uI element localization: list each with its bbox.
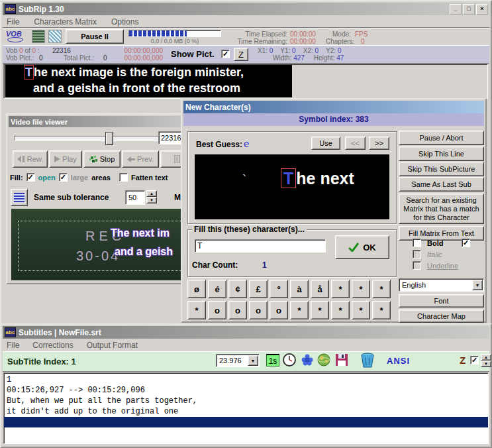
fill-options-row: Fill: open large areas Fatten text — [10, 173, 168, 182]
fatten-text-checkbox[interactable] — [119, 173, 128, 182]
play-button[interactable]: Play — [49, 150, 82, 168]
use-button[interactable]: Use — [311, 137, 340, 150]
same-as-last-sub-button[interactable]: Same As Last Sub — [399, 177, 484, 192]
main-titlebar[interactable]: SubRip 1.30 _ □ × — [3, 3, 489, 15]
char-button[interactable]: * — [187, 301, 206, 319]
char-button[interactable]: à — [290, 280, 309, 298]
minimize-button[interactable]: _ — [450, 4, 462, 15]
guess-prev-button[interactable]: << — [345, 137, 366, 150]
character-map-button[interactable]: Character Map — [399, 309, 484, 323]
ok-button[interactable]: OK — [335, 235, 389, 259]
zoom-button[interactable]: Z — [234, 48, 248, 61]
preview-highlighted-char: T — [281, 168, 296, 188]
time-remaining-label: Time Remaining: — [228, 38, 287, 45]
chevron-down-icon[interactable]: ▼ — [472, 280, 483, 290]
position-slider-thumb[interactable] — [105, 132, 113, 145]
bold-label: Bold — [427, 239, 443, 247]
trash-icon[interactable] — [360, 353, 375, 368]
char-button[interactable]: * — [372, 280, 391, 298]
close-button[interactable]: × — [476, 4, 488, 15]
menu-corrections[interactable]: Corrections — [32, 341, 73, 350]
char-button[interactable]: * — [290, 301, 309, 319]
menu-file[interactable]: File — [7, 17, 19, 27]
subtitle-spin-up-icon[interactable]: ▲ — [481, 354, 491, 361]
char-button[interactable]: ø — [187, 280, 206, 298]
show-pict-checkbox[interactable] — [221, 50, 230, 58]
pause-button[interactable]: Pause II — [66, 29, 124, 44]
search-matrix-button[interactable]: Search for an existing Matrix that has a… — [399, 194, 484, 224]
char-button[interactable]: o — [228, 301, 247, 319]
subtitle-zoom-checkbox[interactable] — [470, 356, 479, 364]
char-button[interactable]: o — [249, 301, 268, 319]
menu-output-format[interactable]: Output Format — [87, 341, 138, 350]
fill-label: Fill: — [10, 174, 23, 182]
subtitle-zoom-label[interactable]: Z — [460, 355, 466, 366]
char-button[interactable]: * — [311, 301, 329, 319]
char-button[interactable]: * — [331, 280, 350, 298]
subtitle-spinner[interactable]: ▲ ▼ — [481, 354, 491, 367]
subtitles-titlebar[interactable]: Subtitles | NewFile.srt — [3, 326, 489, 339]
skip-subpicture-button[interactable]: Skip This SubPicture — [399, 162, 484, 176]
subpic-line1: he next image is the foreign minister, — [34, 66, 244, 79]
x1-value: 0 — [270, 47, 273, 54]
selected-line[interactable] — [4, 417, 488, 427]
tolerance-input[interactable]: 50 — [125, 190, 145, 205]
menu-characters-matrix[interactable]: Characters Matrix — [34, 17, 97, 27]
subtitle-spin-down-icon[interactable]: ▼ — [481, 361, 491, 367]
stop-button[interactable]: Stop — [83, 150, 121, 168]
char-button[interactable]: £ — [249, 280, 268, 298]
matrix-settings-button[interactable] — [11, 189, 28, 206]
rewind-button[interactable]: Rew. — [13, 150, 48, 168]
pause-abort-button[interactable]: Pause / Abort — [399, 131, 484, 145]
prev-button[interactable]: Prev. — [122, 150, 159, 168]
character-input[interactable] — [195, 239, 326, 252]
door-icon — [174, 155, 181, 163]
globe-icon[interactable] — [317, 353, 331, 367]
char-button[interactable]: º — [270, 280, 288, 298]
spin-up-icon[interactable]: ▲ — [146, 190, 157, 197]
splat-icon[interactable] — [301, 353, 314, 366]
matrix-icon[interactable] — [32, 30, 45, 43]
best-guess-label: Best Guess: — [196, 140, 242, 149]
skip-line-button[interactable]: Skip This Line — [399, 146, 484, 161]
save-icon[interactable] — [335, 353, 348, 366]
pattern-icon[interactable] — [48, 30, 62, 43]
menu-options[interactable]: Options — [111, 17, 138, 27]
font-button[interactable]: Font — [399, 294, 484, 308]
char-button[interactable]: ¢ — [228, 280, 247, 298]
tolerance-spinner[interactable]: ▲ ▼ — [146, 190, 157, 203]
position-value: 22316 — [161, 134, 181, 142]
maximize-button[interactable]: □ — [463, 4, 475, 15]
fps-chevron-down-icon[interactable]: ▼ — [248, 355, 258, 366]
video-viewer-titlebar[interactable]: Video file viewer — [9, 116, 195, 127]
char-button[interactable]: å — [311, 280, 329, 298]
apply-style-checkbox[interactable] — [462, 239, 470, 247]
fps-select[interactable]: 23.976 ▼ — [216, 354, 260, 367]
char-button[interactable]: o — [270, 301, 288, 319]
char-button[interactable]: * — [372, 301, 391, 319]
fill-open-checkbox[interactable] — [26, 173, 35, 182]
language-select[interactable]: English ▼ — [399, 278, 484, 292]
italic-checkbox[interactable] — [413, 250, 421, 258]
stop-icon — [89, 155, 98, 164]
bold-checkbox[interactable] — [413, 239, 421, 247]
fill-large-checkbox[interactable] — [59, 173, 68, 182]
menu-subs-file[interactable]: File — [7, 341, 19, 350]
spin-down-icon[interactable]: ▼ — [146, 197, 157, 203]
open-vob-icon[interactable]: VOB — [6, 30, 27, 42]
char-button[interactable]: * — [352, 301, 370, 319]
char-button[interactable]: o — [208, 301, 226, 319]
subtitle-text-area[interactable]: 1 00:15:26,927 --> 00:15:29,096 But, whe… — [3, 372, 489, 444]
char-button[interactable]: * — [352, 280, 370, 298]
dialog-titlebar[interactable]: New Character(s) — [183, 101, 484, 113]
main-toolbar: VOB Pause II 0,0 / 0,0 MB (0 %) Time Ela… — [3, 28, 489, 45]
char-button[interactable]: * — [331, 301, 350, 319]
time-stretch-icon[interactable]: 1s — [266, 354, 279, 366]
guess-next-button[interactable]: >> — [369, 137, 389, 150]
position-slider-track[interactable] — [14, 136, 160, 141]
underline-checkbox[interactable] — [413, 261, 421, 270]
char-button[interactable]: é — [208, 280, 226, 298]
clock-icon[interactable] — [283, 353, 297, 367]
fill-matrix-from-text-button[interactable]: Fill Matrix From Text — [399, 226, 484, 241]
time2: 00:00:00,000 — [110, 54, 163, 62]
